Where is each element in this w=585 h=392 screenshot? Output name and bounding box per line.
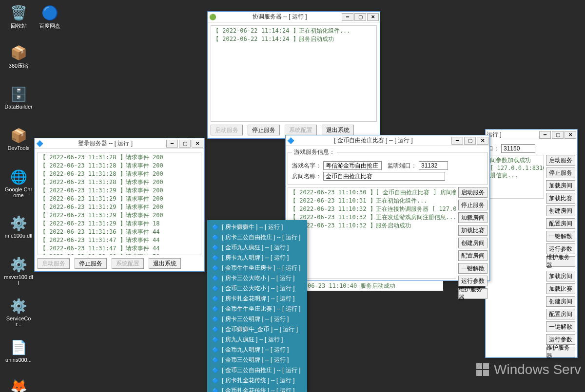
- taskbar-item[interactable]: 🔷[ 房卡赚赚牛 ] -- [ 运行 ]: [207, 222, 307, 232]
- taskbar-item[interactable]: 🔷[ 金币九人疯狂 ] -- [ 运行 ]: [207, 243, 307, 253]
- titlebar[interactable]: 运行 ] ━ ▢ ✕: [486, 130, 577, 140]
- stop-service-button[interactable]: 停止服务: [248, 125, 280, 135]
- minimize-button[interactable]: ━: [539, 131, 551, 139]
- taskbar-item[interactable]: 🔷[ 房九人疯狂 ] -- [ 运行 ]: [207, 335, 307, 345]
- desktop-icon-msvcr100[interactable]: ⚙️msvcr100.dll: [4, 256, 33, 286]
- desktop-icon-app[interactable]: 🦊: [4, 377, 33, 392]
- desktop-icon-mfc100u[interactable]: ⚙️mfc100u.dll: [4, 214, 33, 239]
- side-button[interactable]: 创建房间: [546, 296, 575, 307]
- desktop-icon-unins000[interactable]: 📄unins000...: [4, 338, 33, 363]
- close-button[interactable]: ✕: [565, 131, 576, 139]
- close-button[interactable]: ✕: [192, 140, 203, 148]
- desktop-icon-databuilder[interactable]: 🗄️DataBuilder: [4, 85, 33, 110]
- app-icon: 🔷: [212, 275, 219, 282]
- close-button[interactable]: ✕: [477, 137, 488, 145]
- start-service-button[interactable]: 启动服务: [38, 258, 70, 269]
- log-line: 【 2022-06-23 11:10:30 】[ 金币自由抢庄比赛 ] 房间参数…: [290, 188, 454, 197]
- window-login: 🔷 登录服务器 -- [ 运行 ] ━ ▢ ✕ 【 2022-06-23 11:…: [34, 138, 205, 272]
- system-config-button[interactable]: 系统配置: [112, 258, 144, 269]
- taskbar-item[interactable]: 🔷[ 金币牛牛坐庄房卡 ] -- [ 运行 ]: [207, 263, 307, 273]
- app-icon: 🔷: [212, 357, 219, 364]
- side-button[interactable]: 维护服务器: [546, 347, 575, 357]
- maximize-button[interactable]: ▢: [464, 137, 476, 145]
- side-button[interactable]: 运行参数: [546, 243, 575, 254]
- icon-label: Google Chrome: [4, 187, 33, 198]
- side-button[interactable]: 启动服务: [458, 187, 488, 198]
- system-config-button[interactable]: 系统配置: [285, 125, 317, 135]
- side-buttons-2: 加载房间加载比赛创建房间配置房间一键解散运行参数维护服务器: [546, 271, 575, 359]
- side-button[interactable]: 一键解散: [546, 231, 575, 242]
- taskbar-item[interactable]: 🔷[ 房卡三公明牌 ] -- [ 运行 ]: [207, 314, 307, 324]
- side-button[interactable]: 配置房间: [458, 250, 488, 261]
- desktop-icon-baidu-netdisk[interactable]: 🔵百度网盘: [35, 4, 64, 30]
- maximize-button[interactable]: ▢: [354, 13, 366, 21]
- taskbar-item[interactable]: 🔷[ 金币九人明牌 ] -- [ 运行 ]: [207, 345, 307, 355]
- taskbar-item[interactable]: 🔷[ 房卡扎金花传统 ] -- [ 运行 ]: [207, 375, 307, 386]
- side-button[interactable]: 配置房间: [546, 309, 575, 319]
- desktop-icon-servicecor[interactable]: ⚙️ServiceCor...: [4, 297, 33, 327]
- titlebar[interactable]: 🟢 协调服务器 -- [ 运行 ] ━ ▢ ✕: [208, 12, 380, 22]
- side-button[interactable]: 加载比赛: [546, 283, 575, 294]
- minimize-button[interactable]: ━: [451, 137, 463, 145]
- exit-system-button[interactable]: 退出系统: [322, 125, 354, 135]
- icon-label: unins000...: [4, 357, 33, 363]
- side-button[interactable]: 配置房间: [546, 218, 575, 229]
- taskbar-item[interactable]: 🔷[ 房卡扎金花明牌 ] -- [ 运行 ]: [207, 294, 307, 304]
- port-input[interactable]: [419, 161, 448, 170]
- side-button[interactable]: 创建房间: [546, 205, 575, 216]
- log-line: 【 2022-06-23 11:10:32 】正在发送游戏房间注册信息...: [290, 213, 454, 222]
- taskbar-item[interactable]: 🔷[ 金币赚赚牛_金币 ] -- [ 运行 ]: [207, 324, 307, 335]
- log-line: 【 2022-06-23 11:31:29 】请求事件 200: [40, 195, 199, 203]
- taskbar-item[interactable]: 🔷[ 金币扎金花传统 ] -- [ 运行 ]: [207, 386, 307, 392]
- side-button[interactable]: 运行参数: [458, 276, 488, 286]
- close-button[interactable]: ✕: [367, 13, 379, 21]
- log-line: 【 2022-06-23 11:31:28 】请求事件 200: [40, 162, 199, 170]
- side-button[interactable]: 加载房间: [546, 180, 575, 191]
- baidu-netdisk-icon: 🔵: [41, 4, 58, 21]
- side-button[interactable]: 一键解散: [546, 321, 575, 332]
- icon-label: msvcr100.dll: [4, 274, 33, 286]
- titlebar[interactable]: 🔷 [ 金币自由抢庄比赛 ] -- [ 运行 ] ━ ▢ ✕: [286, 135, 489, 146]
- desktop-icon-360zip[interactable]: 📦360压缩: [4, 44, 33, 70]
- taskbar-item[interactable]: 🔷[ 金币牛牛坐庄比赛 ] -- [ 运行 ]: [207, 304, 307, 314]
- start-service-button[interactable]: 启动服务: [211, 125, 243, 135]
- side-button[interactable]: 运行参数: [546, 334, 575, 345]
- exit-system-button[interactable]: 退出系统: [149, 258, 181, 269]
- taskbar-window-list[interactable]: 🔷[ 房卡赚赚牛 ] -- [ 运行 ]🔷[ 房卡三公自由抢庄 ] -- [ 运…: [207, 220, 307, 392]
- taskbar-item[interactable]: 🔷[ 房卡九人明牌 ] -- [ 运行 ]: [207, 253, 307, 263]
- desktop-icon-chrome[interactable]: 🌐Google Chrome: [4, 168, 33, 198]
- app-icon: 🔷: [212, 377, 219, 384]
- minimize-button[interactable]: ━: [166, 140, 178, 148]
- window-title: [ 金币自由抢庄比赛 ] -- [ 运行 ]: [296, 136, 450, 145]
- side-button[interactable]: 启动服务: [546, 155, 575, 166]
- desktop-icon-devtools[interactable]: 📦DevTools: [4, 127, 33, 151]
- side-button[interactable]: 维护服务器: [458, 288, 488, 299]
- taskbar-item[interactable]: 🔷[ 金币三公自由抢庄 ] -- [ 运行 ]: [207, 365, 307, 375]
- game-name-input[interactable]: [323, 161, 382, 170]
- side-button[interactable]: 创建房间: [458, 238, 488, 248]
- side-button[interactable]: 加载比赛: [546, 193, 575, 204]
- side-button[interactable]: 维护服务器: [546, 256, 575, 267]
- taskbar-item[interactable]: 🔷[ 房卡三公大吃小 ] -- [ 运行 ]: [207, 273, 307, 283]
- log-line: 【 2022-06-23 11:10:32 】服务启动成功: [290, 222, 454, 230]
- side-button[interactable]: 加载比赛: [458, 225, 488, 236]
- taskbar-item[interactable]: 🔷[ 金币三公明牌 ] -- [ 运行 ]: [207, 355, 307, 365]
- taskbar-item[interactable]: 🔷[ 房卡三公自由抢庄 ] -- [ 运行 ]: [207, 232, 307, 243]
- port-label: 监听端口：: [388, 162, 417, 170]
- desktop-icon-recycle-bin[interactable]: 🗑️回收站: [4, 4, 33, 30]
- maximize-button[interactable]: ▢: [179, 140, 191, 148]
- minimize-button[interactable]: ━: [342, 13, 353, 21]
- titlebar[interactable]: 🔷 登录服务器 -- [ 运行 ] ━ ▢ ✕: [35, 138, 204, 149]
- window-game-b: 运行 ] ━ ▢ ✕ 口： 间参数加载成功[ 127.0.0.1:8310 ]册…: [485, 129, 578, 358]
- side-button[interactable]: 停止服务: [458, 200, 488, 210]
- side-button[interactable]: 加载房间: [458, 212, 488, 223]
- port-input[interactable]: [501, 144, 535, 153]
- side-button[interactable]: 加载房间: [546, 271, 575, 281]
- maximize-button[interactable]: ▢: [552, 131, 564, 139]
- side-button[interactable]: 一键解散: [458, 263, 488, 274]
- side-button[interactable]: 停止服务: [546, 168, 575, 178]
- room-name-input[interactable]: [323, 172, 445, 181]
- stop-service-button[interactable]: 停止服务: [75, 258, 107, 269]
- taskbar-item-label: [ 房卡三公大吃小 ] -- [ 运行 ]: [222, 274, 294, 282]
- taskbar-item[interactable]: 🔷[ 金币三公大吃小 ] -- [ 运行 ]: [207, 283, 307, 294]
